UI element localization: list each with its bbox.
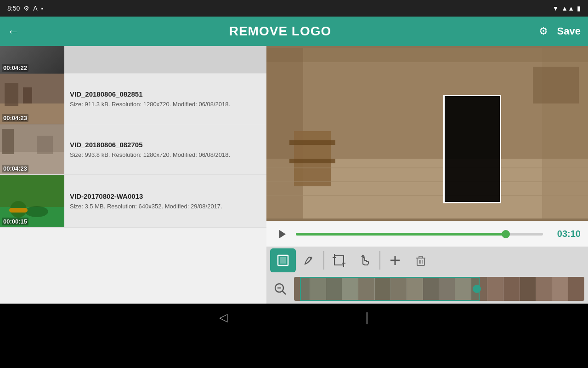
progress-bar[interactable]	[296, 233, 543, 236]
video-duration: 00:04:23	[2, 114, 28, 122]
signal-icon: ▲▲	[561, 5, 574, 12]
svg-rect-27	[280, 257, 286, 264]
list-item[interactable]: 00:04:22	[0, 46, 266, 74]
settings-button[interactable]: ⚙	[539, 25, 548, 37]
tool-divider-1	[323, 251, 324, 270]
timeline-playhead[interactable]	[473, 285, 481, 293]
list-item[interactable]: 00:04:23 VID_20180806_082851 Size: 911.3…	[0, 74, 266, 124]
back-nav-button[interactable]: ◁	[219, 311, 227, 324]
status-time: 8:50	[7, 5, 20, 12]
bottom-nav: ◁ |	[0, 304, 588, 331]
video-info: VID_20180806_082851 Size: 911.3 kB. Reso…	[64, 74, 236, 124]
logo-tool-icon	[277, 254, 289, 267]
selection-fill	[445, 96, 500, 202]
video-thumbnail: 00:00:15	[0, 175, 64, 227]
video-duration: 00:00:15	[2, 218, 28, 225]
save-button[interactable]: Save	[557, 25, 581, 37]
svg-rect-19	[289, 140, 335, 145]
video-info: VID-20170802-WA0013 Size: 3.5 MB. Resolu…	[64, 175, 228, 227]
progress-thumb[interactable]	[502, 230, 510, 238]
controls-bar: 03:10	[266, 221, 588, 247]
preview-panel: 03:10	[266, 46, 588, 304]
list-item[interactable]: 00:04:23 VID_20180806_082705 Size: 993.8…	[0, 124, 266, 175]
top-bar-right: ⚙ Save	[526, 25, 581, 37]
time-display: 03:10	[548, 229, 581, 239]
status-right: ▼ ▲▲ ▮	[552, 5, 581, 12]
video-name: VID_20180806_082851	[70, 90, 230, 98]
video-list: 00:04:22 00:04:23 VID_20180806_082851 Si…	[0, 46, 266, 304]
battery-icon: ▮	[577, 5, 581, 12]
logo-remove-tool-button[interactable]	[270, 248, 296, 272]
video-name: VID-20170802-WA0013	[70, 192, 222, 200]
svg-rect-12	[9, 208, 28, 213]
tools-bar	[266, 247, 588, 274]
timeline-track[interactable]	[294, 277, 584, 301]
video-preview	[266, 46, 588, 221]
video-duration: 00:04:22	[2, 64, 28, 72]
svg-rect-16	[266, 48, 588, 62]
top-bar: ← REMOVE LOGO ⚙ Save	[0, 17, 588, 46]
play-icon	[277, 229, 288, 240]
progress-fill	[296, 233, 506, 236]
back-button[interactable]: ←	[7, 24, 19, 39]
accessibility-icon: A	[33, 5, 37, 12]
svg-line-44	[282, 291, 286, 294]
wifi-icon: ▼	[552, 5, 559, 12]
gesture-tool-icon	[358, 254, 371, 267]
svg-rect-3	[23, 87, 32, 104]
top-bar-left: ←	[7, 24, 35, 39]
video-duration: 00:04:23	[2, 165, 28, 172]
svg-rect-6	[2, 129, 14, 154]
tool-divider-2	[379, 251, 380, 270]
svg-rect-38	[419, 256, 423, 258]
video-name: VID_20180806_082705	[70, 141, 230, 149]
timeline-bar	[266, 274, 588, 304]
status-bar: 8:50 ⚙ A ▪ ▼ ▲▲ ▮	[0, 0, 588, 17]
delete-tool-button[interactable]	[408, 248, 434, 272]
svg-rect-21	[533, 67, 579, 104]
crop-tool-icon	[333, 254, 345, 267]
home-nav-button[interactable]: |	[365, 310, 368, 325]
preview-scene	[266, 46, 588, 221]
trash-icon	[414, 254, 427, 267]
draw-tool-icon	[302, 254, 315, 267]
zoom-out-button[interactable]	[270, 279, 290, 299]
svg-rect-20	[289, 159, 335, 163]
page-title: REMOVE LOGO	[35, 24, 526, 39]
settings-status-icon: ⚙	[23, 5, 29, 12]
video-thumbnail: 00:04:23	[0, 124, 64, 174]
gesture-tool-button[interactable]	[352, 248, 378, 272]
video-info: VID_20180806_082705 Size: 993.8 kB. Reso…	[64, 124, 236, 174]
main-content: 00:04:22 00:04:23 VID_20180806_082851 Si…	[0, 46, 588, 304]
video-meta: Size: 911.3 kB. Resolution: 1280x720. Mo…	[70, 101, 230, 108]
svg-marker-25	[279, 230, 286, 238]
crop-tool-button[interactable]	[326, 248, 352, 272]
timeline-selection	[300, 277, 480, 301]
video-thumbnail: 00:04:22	[0, 46, 64, 74]
svg-rect-2	[5, 83, 18, 106]
video-thumbnail: 00:04:23	[0, 74, 64, 124]
svg-point-11	[25, 206, 48, 217]
zoom-out-icon	[273, 282, 287, 296]
status-left: 8:50 ⚙ A ▪	[7, 5, 44, 12]
draw-tool-button[interactable]	[296, 248, 322, 272]
video-meta: Size: 993.8 kB. Resolution: 1280x720. Mo…	[70, 151, 230, 158]
add-tool-button[interactable]	[382, 248, 408, 272]
list-item[interactable]: 00:00:15 VID-20170802-WA0013 Size: 3.5 M…	[0, 175, 266, 228]
svg-rect-7	[37, 136, 53, 154]
video-meta: Size: 3.5 MB. Resolution: 640x352. Modif…	[70, 203, 222, 210]
add-tool-icon	[389, 254, 401, 267]
video-info	[64, 46, 75, 73]
play-button[interactable]	[274, 226, 290, 242]
battery-saver-icon: ▪	[41, 5, 44, 12]
